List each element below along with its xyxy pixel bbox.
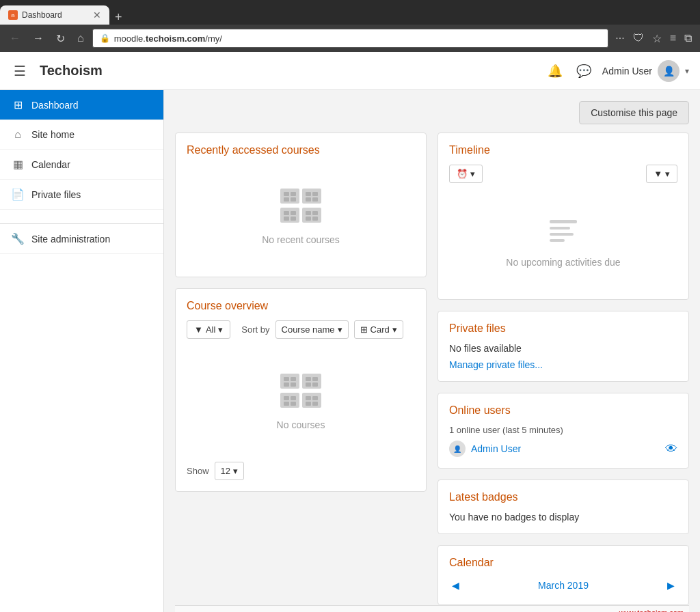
svg-rect-26	[306, 377, 311, 381]
latest-badges-widget: Latest badges You have no badges to disp…	[438, 479, 689, 534]
course-overview-controls: ▼ All ▾ Sort by Course name ▾ ⊞ Card ▾	[187, 320, 415, 339]
sidebar-item-calendar[interactable]: ▦ Calendar	[0, 150, 163, 180]
back-button[interactable]: ←	[5, 29, 25, 47]
sort-arrow: ▾	[338, 324, 342, 335]
recently-accessed-widget: Recently accessed courses	[175, 133, 427, 277]
manage-private-files-link[interactable]: Manage private files...	[449, 359, 543, 370]
more-button[interactable]: ···	[612, 29, 627, 47]
sort-dropdown[interactable]: Course name ▾	[275, 320, 349, 339]
sidebar-item-site-home[interactable]: ⌂ Site home	[0, 120, 163, 150]
svg-rect-9	[312, 197, 318, 201]
home-button[interactable]: ⌂	[73, 29, 88, 47]
header-actions: 🔔 💬 Admin User 👤 ▾	[545, 60, 689, 82]
svg-rect-42	[550, 233, 574, 236]
new-tab-button[interactable]: +	[109, 10, 128, 25]
calendar-next-button[interactable]: ▶	[664, 577, 677, 594]
address-bar[interactable]: 🔒 moodle.techoism.com/my/	[92, 29, 609, 48]
tab-favicon: n	[8, 10, 18, 20]
sidebar-label-calendar: Calendar	[31, 159, 70, 170]
recently-accessed-empty: No recent courses	[187, 165, 415, 266]
sidebar-label-site-admin: Site administration	[31, 234, 110, 245]
view-grid-icon: ⊞	[360, 324, 368, 335]
funnel-icon: ▼	[654, 169, 662, 179]
course-overview-empty: No courses	[187, 350, 415, 451]
svg-rect-19	[312, 217, 318, 221]
filter-icon: ▼	[194, 324, 203, 335]
svg-rect-32	[291, 396, 296, 400]
split-button[interactable]: ⧉	[682, 29, 695, 47]
hamburger-button[interactable]: ☰	[11, 60, 29, 82]
timeline-filter2-button[interactable]: ▼ ▾	[646, 165, 677, 183]
latest-badges-title: Latest badges	[449, 491, 677, 503]
avatar: 👤	[658, 60, 679, 82]
timeline-filter1-button[interactable]: ⏰ ▾	[449, 165, 483, 183]
sidebar-item-site-admin[interactable]: 🔧 Site administration	[0, 223, 163, 254]
customise-page-button[interactable]: Customise this page	[579, 101, 689, 124]
svg-rect-38	[306, 402, 311, 406]
active-tab[interactable]: n Dashboard ✕	[0, 5, 109, 25]
svg-rect-17	[312, 211, 318, 215]
timeline-widget: Timeline ⏰ ▾ ▼ ▾	[438, 133, 689, 300]
bookmark-button[interactable]: ☆	[649, 29, 664, 48]
show-dropdown[interactable]: 12 ▾	[215, 462, 244, 480]
svg-rect-43	[550, 239, 565, 242]
eye-icon[interactable]: 👁	[665, 442, 677, 456]
no-courses-icon2	[277, 370, 325, 411]
calendar-nav: ◀ March 2019 ▶	[449, 577, 677, 594]
filter-all-button[interactable]: ▼ All ▾	[187, 320, 230, 339]
svg-rect-39	[312, 402, 318, 406]
svg-rect-7	[312, 192, 318, 196]
forward-button[interactable]: →	[29, 29, 48, 47]
left-column: Recently accessed courses	[175, 133, 427, 605]
browser-toolbar: ← → ↻ ⌂ 🔒 moodle.techoism.com/my/ ··· 🛡 …	[0, 25, 700, 52]
svg-rect-24	[291, 382, 296, 387]
svg-rect-11	[284, 211, 289, 215]
online-user-name[interactable]: Admin User	[471, 443, 660, 454]
svg-rect-13	[284, 217, 289, 221]
sidebar-divider	[0, 210, 163, 218]
url-text: moodle.techoism.com/my/	[114, 33, 602, 44]
reload-button[interactable]: ↻	[52, 29, 69, 48]
app-logo: Techoism	[40, 63, 545, 79]
calendar-icon: ▦	[11, 158, 25, 171]
sort-selected: Course name	[282, 324, 335, 335]
timeline-controls: ⏰ ▾ ▼ ▾	[449, 165, 677, 183]
shield-button[interactable]: 🛡	[630, 29, 647, 47]
user-name: Admin User	[602, 66, 652, 76]
toolbar-actions: ··· 🛡 ☆ ≡ ⧉	[612, 29, 695, 48]
svg-rect-16	[306, 211, 311, 215]
svg-rect-27	[312, 377, 318, 381]
notifications-button[interactable]: 🔔	[545, 61, 565, 81]
calendar-prev-button[interactable]: ◀	[449, 577, 462, 594]
view-selected: Card	[371, 324, 390, 335]
svg-rect-5	[302, 189, 321, 204]
user-menu[interactable]: Admin User 👤 ▾	[602, 60, 689, 82]
sidebar-label-private-files: Private files	[31, 189, 81, 200]
svg-rect-22	[291, 377, 296, 381]
svg-rect-40	[550, 220, 577, 223]
tab-close-button[interactable]: ✕	[93, 10, 101, 20]
svg-rect-0	[280, 189, 299, 204]
no-recent-courses-text: No recent courses	[262, 234, 340, 245]
view-dropdown[interactable]: ⊞ Card ▾	[354, 320, 403, 339]
svg-rect-33	[284, 402, 289, 406]
reader-button[interactable]: ≡	[667, 29, 679, 47]
course-overview-widget: Course overview ▼ All ▾ Sort by Course n…	[175, 288, 427, 492]
course-overview-title: Course overview	[187, 300, 415, 312]
svg-rect-12	[291, 211, 296, 215]
online-count-text: 1 online user (last 5 minutes)	[449, 425, 677, 435]
online-users-widget: Online users 1 online user (last 5 minut…	[438, 393, 689, 469]
svg-rect-1	[284, 192, 289, 196]
svg-rect-31	[284, 396, 289, 400]
svg-rect-30	[280, 393, 299, 408]
messages-button[interactable]: 💬	[574, 61, 594, 81]
svg-rect-3	[284, 197, 289, 201]
svg-rect-20	[280, 374, 299, 389]
sidebar-item-dashboard[interactable]: ⊞ Dashboard	[0, 90, 163, 120]
online-user-row: 👤 Admin User 👁	[449, 441, 677, 457]
right-column: Timeline ⏰ ▾ ▼ ▾	[438, 133, 689, 605]
online-user-avatar: 👤	[449, 441, 466, 457]
svg-rect-35	[302, 393, 321, 408]
sidebar-item-private-files[interactable]: 📄 Private files	[0, 180, 163, 210]
svg-rect-37	[312, 396, 318, 400]
